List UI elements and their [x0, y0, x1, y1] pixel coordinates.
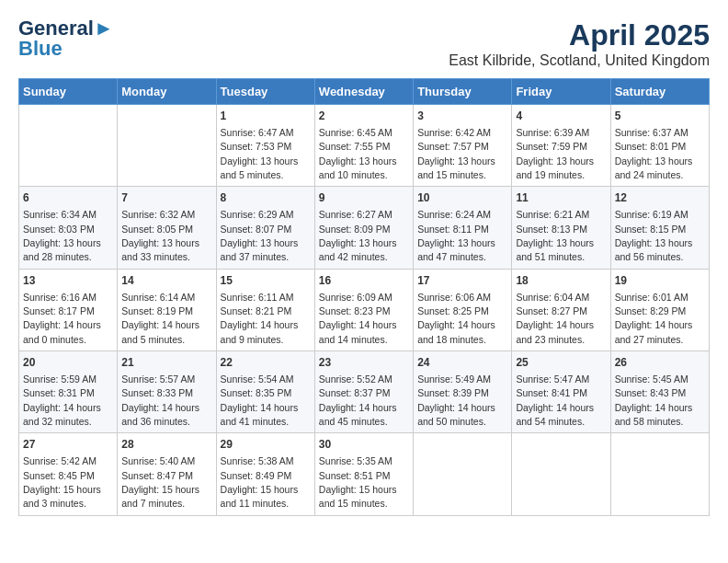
header-saturday: Saturday: [610, 79, 709, 105]
day-info: Sunrise: 6:06 AM Sunset: 8:25 PM Dayligh…: [417, 292, 495, 345]
calendar-cell: 17Sunrise: 6:06 AM Sunset: 8:25 PM Dayli…: [414, 269, 512, 350]
day-info: Sunrise: 5:54 AM Sunset: 8:35 PM Dayligh…: [221, 373, 299, 427]
day-number: 10: [417, 190, 507, 206]
day-number: 19: [615, 273, 705, 289]
calendar-row: 27Sunrise: 5:42 AM Sunset: 8:45 PM Dayli…: [19, 433, 710, 515]
day-number: 14: [121, 273, 211, 289]
calendar-cell: 13Sunrise: 6:16 AM Sunset: 8:17 PM Dayli…: [19, 269, 118, 350]
calendar-cell: 21Sunrise: 5:57 AM Sunset: 8:33 PM Dayli…: [118, 351, 216, 433]
calendar-cell: 4Sunrise: 6:39 AM Sunset: 7:59 PM Daylig…: [512, 105, 610, 187]
calendar-header-row: SundayMondayTuesdayWednesdayThursdayFrid…: [19, 79, 710, 105]
calendar-table: SundayMondayTuesdayWednesdayThursdayFrid…: [18, 78, 710, 516]
day-number: 17: [417, 273, 507, 289]
day-number: 11: [516, 190, 606, 206]
day-info: Sunrise: 6:37 AM Sunset: 8:01 PM Dayligh…: [615, 127, 693, 180]
day-info: Sunrise: 5:40 AM Sunset: 8:47 PM Dayligh…: [121, 455, 199, 509]
day-number: 18: [516, 273, 606, 289]
day-number: 16: [319, 273, 409, 289]
calendar-cell: 8Sunrise: 6:29 AM Sunset: 8:07 PM Daylig…: [216, 187, 314, 269]
day-number: 9: [319, 190, 409, 206]
calendar-cell: 18Sunrise: 6:04 AM Sunset: 8:27 PM Dayli…: [512, 269, 610, 350]
day-info: Sunrise: 6:14 AM Sunset: 8:19 PM Dayligh…: [121, 292, 199, 345]
calendar-row: 13Sunrise: 6:16 AM Sunset: 8:17 PM Dayli…: [19, 269, 710, 350]
calendar-cell: 15Sunrise: 6:11 AM Sunset: 8:21 PM Dayli…: [216, 269, 314, 350]
header-tuesday: Tuesday: [216, 79, 314, 105]
calendar-cell: 19Sunrise: 6:01 AM Sunset: 8:29 PM Dayli…: [610, 269, 709, 350]
calendar-cell: [118, 105, 216, 187]
calendar-cell: 16Sunrise: 6:09 AM Sunset: 8:23 PM Dayli…: [314, 269, 413, 350]
calendar-row: 6Sunrise: 6:34 AM Sunset: 8:03 PM Daylig…: [19, 187, 710, 269]
day-info: Sunrise: 5:47 AM Sunset: 8:41 PM Dayligh…: [516, 373, 594, 427]
day-number: 21: [121, 355, 211, 371]
day-info: Sunrise: 6:09 AM Sunset: 8:23 PM Dayligh…: [319, 292, 397, 345]
day-info: Sunrise: 5:45 AM Sunset: 8:43 PM Dayligh…: [615, 373, 693, 427]
day-number: 28: [121, 437, 211, 453]
day-info: Sunrise: 6:01 AM Sunset: 8:29 PM Dayligh…: [615, 292, 693, 345]
day-info: Sunrise: 5:49 AM Sunset: 8:39 PM Dayligh…: [417, 373, 495, 427]
calendar-cell: 2Sunrise: 6:45 AM Sunset: 7:55 PM Daylig…: [314, 105, 413, 187]
day-info: Sunrise: 6:27 AM Sunset: 8:09 PM Dayligh…: [319, 209, 397, 262]
calendar-cell: 6Sunrise: 6:34 AM Sunset: 8:03 PM Daylig…: [19, 187, 118, 269]
calendar-cell: 27Sunrise: 5:42 AM Sunset: 8:45 PM Dayli…: [19, 433, 118, 515]
day-info: Sunrise: 5:59 AM Sunset: 8:31 PM Dayligh…: [23, 373, 101, 427]
day-number: 22: [221, 355, 311, 371]
day-info: Sunrise: 5:35 AM Sunset: 8:51 PM Dayligh…: [319, 455, 397, 509]
calendar-cell: 20Sunrise: 5:59 AM Sunset: 8:31 PM Dayli…: [19, 351, 118, 433]
day-number: 23: [319, 355, 409, 371]
day-number: 30: [319, 437, 409, 453]
calendar-cell: 25Sunrise: 5:47 AM Sunset: 8:41 PM Dayli…: [512, 351, 610, 433]
calendar-cell: 5Sunrise: 6:37 AM Sunset: 8:01 PM Daylig…: [610, 105, 709, 187]
calendar-cell: [414, 433, 512, 515]
calendar-cell: 3Sunrise: 6:42 AM Sunset: 7:57 PM Daylig…: [414, 105, 512, 187]
logo-blue: Blue: [18, 37, 63, 61]
day-number: 29: [221, 437, 311, 453]
calendar-cell: 7Sunrise: 6:32 AM Sunset: 8:05 PM Daylig…: [118, 187, 216, 269]
day-number: 3: [417, 109, 507, 124]
day-info: Sunrise: 6:29 AM Sunset: 8:07 PM Dayligh…: [221, 209, 299, 262]
day-info: Sunrise: 6:04 AM Sunset: 8:27 PM Dayligh…: [516, 292, 594, 345]
logo: General► Blue: [18, 18, 114, 61]
title-block: April 2025 East Kilbride, Scotland, Unit…: [449, 18, 710, 69]
day-number: 27: [23, 437, 113, 453]
day-number: 6: [23, 190, 113, 206]
day-info: Sunrise: 5:57 AM Sunset: 8:33 PM Dayligh…: [121, 373, 199, 427]
calendar-cell: [19, 105, 118, 187]
calendar-row: 1Sunrise: 6:47 AM Sunset: 7:53 PM Daylig…: [19, 105, 710, 187]
day-number: 2: [319, 109, 409, 124]
header-monday: Monday: [118, 79, 216, 105]
header-wednesday: Wednesday: [314, 79, 413, 105]
day-info: Sunrise: 5:52 AM Sunset: 8:37 PM Dayligh…: [319, 373, 397, 427]
calendar-cell: 14Sunrise: 6:14 AM Sunset: 8:19 PM Dayli…: [118, 269, 216, 350]
day-number: 26: [615, 355, 705, 371]
page-title: April 2025: [449, 18, 710, 52]
day-number: 24: [417, 355, 507, 371]
day-info: Sunrise: 6:21 AM Sunset: 8:13 PM Dayligh…: [516, 209, 594, 262]
calendar-cell: 26Sunrise: 5:45 AM Sunset: 8:43 PM Dayli…: [610, 351, 709, 433]
day-info: Sunrise: 6:47 AM Sunset: 7:53 PM Dayligh…: [221, 127, 299, 180]
day-info: Sunrise: 6:39 AM Sunset: 7:59 PM Dayligh…: [516, 127, 594, 180]
day-info: Sunrise: 6:32 AM Sunset: 8:05 PM Dayligh…: [121, 209, 199, 262]
logo-text: General►: [18, 18, 114, 39]
header-thursday: Thursday: [414, 79, 512, 105]
day-number: 15: [221, 273, 311, 289]
header-friday: Friday: [512, 79, 610, 105]
calendar-cell: [610, 433, 709, 515]
day-info: Sunrise: 6:42 AM Sunset: 7:57 PM Dayligh…: [417, 127, 495, 180]
page-subtitle: East Kilbride, Scotland, United Kingdom: [449, 52, 710, 69]
day-number: 8: [221, 190, 311, 206]
day-info: Sunrise: 6:24 AM Sunset: 8:11 PM Dayligh…: [417, 209, 495, 262]
day-info: Sunrise: 6:34 AM Sunset: 8:03 PM Dayligh…: [23, 209, 101, 262]
day-info: Sunrise: 6:45 AM Sunset: 7:55 PM Dayligh…: [319, 127, 397, 180]
calendar-cell: 9Sunrise: 6:27 AM Sunset: 8:09 PM Daylig…: [314, 187, 413, 269]
day-info: Sunrise: 6:11 AM Sunset: 8:21 PM Dayligh…: [221, 292, 299, 345]
calendar-cell: 10Sunrise: 6:24 AM Sunset: 8:11 PM Dayli…: [414, 187, 512, 269]
calendar-cell: 23Sunrise: 5:52 AM Sunset: 8:37 PM Dayli…: [314, 351, 413, 433]
calendar-cell: 12Sunrise: 6:19 AM Sunset: 8:15 PM Dayli…: [610, 187, 709, 269]
header-sunday: Sunday: [19, 79, 118, 105]
calendar-cell: 30Sunrise: 5:35 AM Sunset: 8:51 PM Dayli…: [314, 433, 413, 515]
day-info: Sunrise: 6:16 AM Sunset: 8:17 PM Dayligh…: [23, 292, 101, 345]
calendar-row: 20Sunrise: 5:59 AM Sunset: 8:31 PM Dayli…: [19, 351, 710, 433]
calendar-cell: 24Sunrise: 5:49 AM Sunset: 8:39 PM Dayli…: [414, 351, 512, 433]
day-number: 7: [121, 190, 211, 206]
day-number: 1: [221, 109, 311, 124]
